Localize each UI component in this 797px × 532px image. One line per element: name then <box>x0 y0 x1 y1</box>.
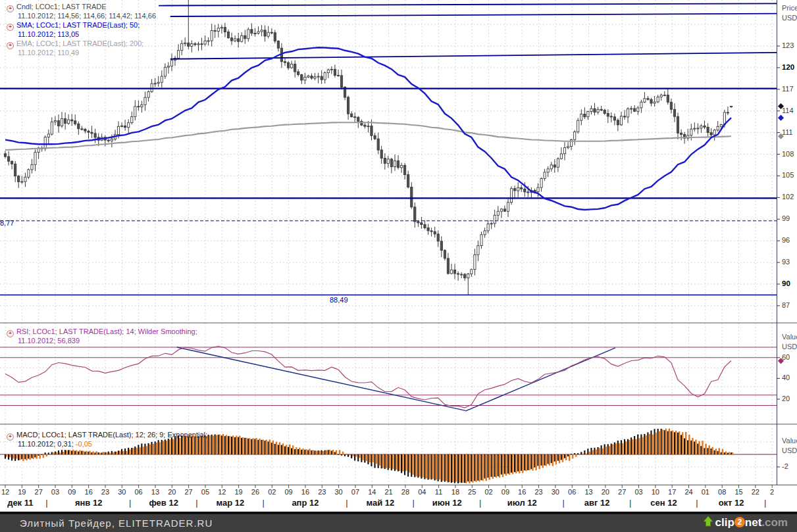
clip2net-logo[interactable]: clip2net.com <box>703 516 788 531</box>
sma-legend-line1: SMA; LCOc1; LAST TRADE(Last); 50; <box>16 21 140 29</box>
legend-macd: +MACD; LCOc1; LAST TRADE(Last); 12; 26; … <box>7 429 207 448</box>
status-bar: Элитный Трейдер, ELITETRADER.RU clip2net… <box>0 512 797 532</box>
rsi-legend-icon[interactable]: + <box>7 330 14 337</box>
macd-legend-line1: MACD; LCOc1; LAST TRADE(Last); 12; 26; 9… <box>16 431 207 439</box>
cndl-legend-icon[interactable]: + <box>7 5 14 12</box>
legend-main: +Cndl; LCOc1; LAST TRADE 11.10.2012; 114… <box>7 1 156 57</box>
price-level-label-8849: 88,49 <box>327 296 351 304</box>
support-resistance-line <box>159 3 777 5</box>
gridlines <box>0 0 777 485</box>
logo-text-clip: clip <box>715 516 734 529</box>
panel-separators <box>0 0 797 488</box>
rsi-panel <box>0 347 777 412</box>
logo-text-com: .com <box>761 516 788 529</box>
rsi-legend-line1: RSI; LCOc1; LAST TRADE(Last); 14; Wilder… <box>16 327 197 335</box>
macd-signal-value: -0,05 <box>76 440 92 448</box>
rsi-legend-line2: 11.10.2012; 56,839 <box>18 337 80 345</box>
support-resistance-line <box>170 14 777 16</box>
status-text: Элитный Трейдер, ELITETRADER.RU <box>20 518 213 529</box>
last-value-marker <box>778 133 784 139</box>
upload-arrow-icon <box>703 516 713 527</box>
ema-legend-icon[interactable]: + <box>7 42 14 49</box>
sma-legend-line2: 11.10.2012; 113,05 <box>18 30 79 38</box>
price-level-label-left: 8,77 <box>0 219 14 227</box>
ema-legend-line1: EMA; LCOc1; LAST TRADE(Last); 200; <box>16 39 143 47</box>
macd-legend-line2: 11.10.2012; 0,31; <box>18 440 76 448</box>
legend-rsi: +RSI; LCOc1; LAST TRADE(Last); 14; Wilde… <box>7 326 197 345</box>
ema-legend-line2: 11.10.2012; 110,49 <box>18 49 79 57</box>
cndl-legend-line1: Cndl; LCOc1; LAST TRADE <box>16 3 107 11</box>
logo-text-net: net <box>745 516 762 529</box>
cndl-legend-line2: 11.10.2012; 114,56; 114,66; 114,42; 114,… <box>18 12 156 20</box>
trading-chart-window: PriceUSD12312011711411110810510299969390… <box>0 0 797 532</box>
last-value-marker <box>778 115 784 121</box>
logo-badge-2: 2 <box>734 517 745 527</box>
support-resistance-line <box>170 53 777 59</box>
macd-legend-icon[interactable]: + <box>7 433 14 441</box>
sma-legend-icon[interactable]: + <box>7 24 14 31</box>
rsi-value-marker <box>778 358 784 364</box>
last-value-marker <box>778 103 784 109</box>
